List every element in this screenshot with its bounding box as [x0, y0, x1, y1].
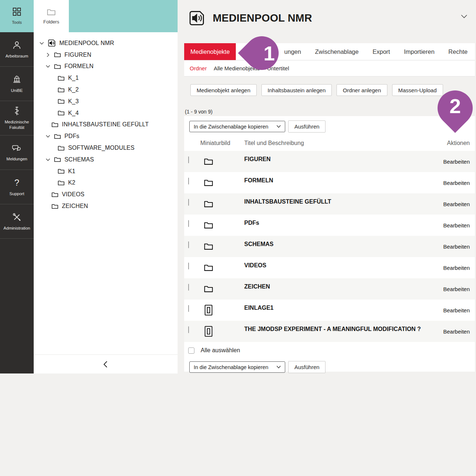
- create-button[interactable]: Inhaltsbaustein anlegen: [261, 84, 332, 96]
- folder-icon: [51, 191, 59, 198]
- row-title[interactable]: PDFs: [244, 220, 259, 226]
- edit-link[interactable]: Bearbeiten: [443, 286, 470, 292]
- select-all-label: Alle auswählen: [201, 347, 240, 354]
- tree-item[interactable]: PDFs: [39, 130, 178, 142]
- edit-link[interactable]: Bearbeiten: [443, 201, 470, 207]
- tree-item[interactable]: K_2: [39, 84, 178, 96]
- tree-item-label[interactable]: K2: [68, 179, 75, 186]
- tree-item[interactable]: SCHEMAS: [39, 154, 178, 166]
- chevron-down-icon[interactable]: [39, 41, 45, 46]
- execute-button[interactable]: Ausführen: [288, 361, 326, 373]
- question-mark-icon: ?: [14, 178, 19, 188]
- tree-item[interactable]: K1: [39, 166, 178, 177]
- collapse-panel-button[interactable]: [34, 354, 178, 373]
- tab[interactable]: ungen: [283, 43, 302, 60]
- tree-item[interactable]: FORMELN: [39, 61, 178, 72]
- tree-item-label[interactable]: INHALTSBAUSTEINE GEFÜLLT: [62, 121, 149, 128]
- tree-item[interactable]: MEDIENPOOL NMR: [39, 37, 178, 49]
- tab[interactable]: Export: [372, 43, 391, 60]
- select-all-checkbox[interactable]: [188, 347, 194, 354]
- subtab[interactable]: Ordner: [190, 65, 207, 71]
- sidebar-item-support[interactable]: ? Support: [0, 170, 34, 204]
- tab[interactable]: Rechte: [448, 43, 468, 60]
- row-title[interactable]: VIDEOS: [244, 262, 266, 269]
- tree-item-label[interactable]: K_2: [68, 86, 79, 93]
- sidebar-item-tools[interactable]: Tools: [0, 0, 34, 32]
- row-title[interactable]: SCHEMAS: [244, 241, 274, 248]
- row-title[interactable]: FORMELN: [244, 177, 273, 184]
- chevron-down-icon[interactable]: [45, 134, 51, 139]
- row-title[interactable]: EINLAGE1: [244, 305, 274, 311]
- tree-item-label[interactable]: VIDEOS: [62, 191, 85, 198]
- row-title[interactable]: INHALTSBAUSTEINE GEFÜLLT: [244, 198, 331, 205]
- tree-item-label[interactable]: MEDIENPOOL NMR: [59, 40, 114, 47]
- edit-link[interactable]: Bearbeiten: [443, 180, 470, 186]
- create-button[interactable]: Ordner anlegen: [336, 84, 387, 96]
- tree-item[interactable]: K_4: [39, 107, 178, 119]
- tree-item[interactable]: ZEICHEN: [39, 200, 178, 212]
- tree-item-label[interactable]: K_4: [68, 110, 79, 116]
- sidebar-item-medizinische-fakultaet[interactable]: Medizinische Fakultät: [0, 101, 34, 135]
- tree-item[interactable]: INHALTSBAUSTEINE GEFÜLLT: [39, 119, 178, 131]
- tree-item-label[interactable]: FIGUREN: [64, 52, 91, 58]
- table-row[interactable]: VIDEOS Bearbeiten: [184, 257, 475, 278]
- chevron-down-icon[interactable]: [45, 64, 51, 69]
- tab[interactable]: Importieren: [403, 43, 435, 60]
- row-checkbox[interactable]: [188, 242, 189, 248]
- row-title[interactable]: ZEICHEN: [244, 283, 270, 290]
- create-button[interactable]: Medienobjekt anlegen: [190, 84, 257, 96]
- table-row[interactable]: SCHEMAS Bearbeiten: [184, 236, 475, 257]
- edit-link[interactable]: Bearbeiten: [443, 243, 470, 250]
- sidebar-item-unibe[interactable]: UniBE: [0, 67, 34, 101]
- tree-item-label[interactable]: K1: [68, 168, 75, 175]
- tree-item[interactable]: K_1: [39, 72, 178, 84]
- row-title[interactable]: THE JMODSP EXPERIMENT - A MEANINGFUL MOD…: [244, 326, 421, 332]
- row-checkbox[interactable]: [188, 327, 189, 333]
- sidebar-item-meldungen[interactable]: Meldungen: [0, 135, 34, 170]
- row-checkbox[interactable]: [188, 199, 189, 206]
- tree-item-label[interactable]: FORMELN: [64, 63, 94, 70]
- tab[interactable]: Zwischenablage: [314, 43, 359, 60]
- row-checkbox[interactable]: [188, 263, 189, 269]
- table-row[interactable]: ZEICHEN Bearbeiten: [184, 278, 475, 300]
- edit-link[interactable]: Bearbeiten: [443, 307, 470, 313]
- tree-item-label[interactable]: PDFs: [64, 133, 79, 140]
- tree-item[interactable]: K2: [39, 177, 178, 189]
- table-row[interactable]: PDFs Bearbeiten: [184, 215, 475, 236]
- tree-item[interactable]: VIDEOS: [39, 189, 178, 200]
- row-checkbox[interactable]: [188, 178, 189, 185]
- tree-item-label[interactable]: SOFTWARE_MODULES: [68, 145, 134, 151]
- chevron-down-icon[interactable]: [45, 157, 51, 162]
- table-row[interactable]: FIGUREN Bearbeiten: [184, 151, 475, 172]
- sidebar-item-administration[interactable]: Administration: [0, 204, 34, 239]
- chevron-right-icon[interactable]: [45, 52, 51, 57]
- edit-link[interactable]: Bearbeiten: [443, 265, 470, 271]
- row-checkbox[interactable]: [188, 220, 189, 227]
- tree-item[interactable]: SOFTWARE_MODULES: [39, 142, 178, 154]
- edit-link[interactable]: Bearbeiten: [443, 159, 470, 165]
- sidebar-item-arbeitsraum[interactable]: Arbeitsraum: [0, 32, 34, 67]
- tree-item-label[interactable]: SCHEMAS: [64, 156, 94, 163]
- table-row[interactable]: INHALTSBAUSTEINE GEFÜLLT Bearbeiten: [184, 193, 475, 215]
- table-row[interactable]: THE JMODSP EXPERIMENT - A MEANINGFUL MOD…: [184, 321, 475, 342]
- tree-item-label[interactable]: K_1: [68, 75, 79, 81]
- table-row[interactable]: EINLAGE1 Bearbeiten: [184, 300, 475, 321]
- tab[interactable]: Medienobjekte: [184, 43, 236, 60]
- tree-item[interactable]: FIGUREN: [39, 49, 178, 61]
- bulk-action-select[interactable]: In die Zwischenablage kopieren: [189, 361, 285, 373]
- bulk-action-select[interactable]: In die Zwischenablage kopieren: [189, 121, 285, 132]
- tree-item-label[interactable]: K_3: [68, 98, 79, 105]
- execute-button[interactable]: Ausführen: [288, 120, 326, 133]
- tree-item-label[interactable]: ZEICHEN: [62, 203, 88, 209]
- create-button[interactable]: Massen-Upload: [392, 84, 443, 96]
- row-checkbox[interactable]: [188, 284, 189, 291]
- row-title[interactable]: FIGUREN: [244, 156, 271, 163]
- table-row[interactable]: FORMELN Bearbeiten: [184, 172, 475, 193]
- tree-item[interactable]: K_3: [39, 96, 178, 107]
- row-checkbox[interactable]: [188, 305, 189, 312]
- edit-link[interactable]: Bearbeiten: [443, 328, 470, 335]
- row-checkbox[interactable]: [188, 157, 189, 163]
- chevron-down-icon[interactable]: [461, 14, 468, 19]
- tab-folders[interactable]: Folders: [34, 0, 69, 32]
- edit-link[interactable]: Bearbeiten: [443, 222, 470, 228]
